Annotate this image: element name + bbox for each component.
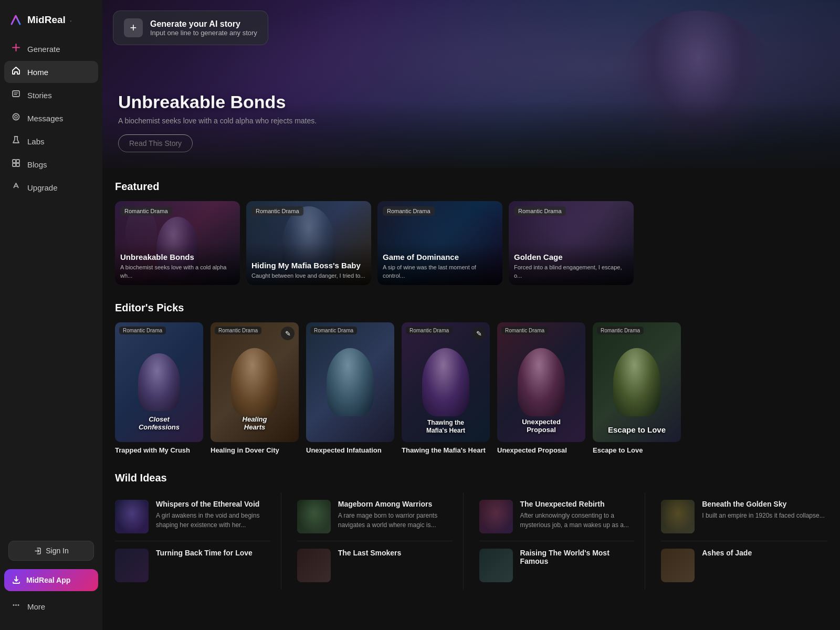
pick-card-5-bg: Escape to Love bbox=[593, 322, 681, 442]
featured-card-1-content: Hiding My Mafia Boss's Baby Caught betwe… bbox=[251, 261, 366, 280]
wild-item-0-desc: A girl awakens in the void and begins sh… bbox=[156, 511, 270, 530]
sign-in-button[interactable]: Sign In bbox=[8, 541, 94, 561]
logo-text: MidReal bbox=[27, 14, 66, 26]
editors-picks-section: Editor's Picks ClosetConfessions Romanti… bbox=[102, 289, 840, 459]
wild-item-6[interactable]: Raising The World's Most Famous bbox=[479, 541, 635, 590]
featured-card-1-title: Hiding My Mafia Boss's Baby bbox=[251, 261, 366, 270]
logo[interactable]: MidReal· bbox=[0, 8, 102, 38]
wild-item-0-img bbox=[115, 500, 149, 533]
featured-card-2-content: Game of Dominance A sip of wine was the … bbox=[383, 253, 497, 280]
sidebar-item-stories-label: Stories bbox=[27, 91, 52, 100]
featured-card-2[interactable]: Romantic Drama Game of Dominance A sip o… bbox=[377, 201, 502, 285]
wild-col-4: Beneath the Golden Sky I built an empire… bbox=[661, 492, 827, 590]
featured-card-0[interactable]: Romantic Drama Unbreakable Bonds A bioch… bbox=[115, 201, 240, 285]
pick-card-0-title: Trapped with My Crush bbox=[115, 446, 203, 455]
more-label: More bbox=[27, 602, 45, 611]
upgrade-icon bbox=[10, 182, 21, 193]
pick-card-1-bg: HealingHearts bbox=[211, 322, 299, 442]
pick-card-3-edit-icon[interactable]: ✎ bbox=[472, 327, 486, 340]
wild-item-5-img bbox=[297, 549, 331, 582]
pick-card-5-img: Escape to Love Romantic Drama bbox=[593, 322, 681, 442]
pick-card-0[interactable]: ClosetConfessions Romantic Drama Trapped… bbox=[115, 322, 203, 455]
main-content: + Generate your AI story Input one line … bbox=[102, 0, 840, 630]
pick-card-3[interactable]: Thawing theMafia's Heart Romantic Drama … bbox=[402, 322, 490, 455]
wild-item-3[interactable]: Beneath the Golden Sky I built an empire… bbox=[661, 492, 827, 541]
svg-rect-3 bbox=[13, 160, 16, 163]
generate-icon bbox=[10, 43, 21, 55]
midreal-app-button[interactable]: MidReal App bbox=[4, 569, 98, 591]
pick-card-1-edit-icon[interactable]: ✎ bbox=[281, 327, 295, 340]
picks-row: ClosetConfessions Romantic Drama Trapped… bbox=[115, 322, 827, 459]
featured-card-2-desc: A sip of wine was the last moment of con… bbox=[383, 264, 497, 280]
more-item[interactable]: More bbox=[4, 595, 98, 617]
wild-item-3-title: Beneath the Golden Sky bbox=[702, 500, 827, 508]
sidebar-item-labs[interactable]: Labs bbox=[4, 130, 98, 152]
svg-rect-5 bbox=[13, 163, 16, 166]
featured-card-2-title: Game of Dominance bbox=[383, 253, 497, 261]
sidebar-item-messages[interactable]: Messages bbox=[4, 107, 98, 129]
wild-item-0[interactable]: Whispers of the Ethereal Void A girl awa… bbox=[115, 492, 270, 541]
featured-card-1-badge: Romantic Drama bbox=[251, 206, 303, 216]
featured-card-1[interactable]: Romantic Drama Hiding My Mafia Boss's Ba… bbox=[246, 201, 371, 285]
sidebar-item-stories[interactable]: Stories bbox=[4, 84, 98, 106]
pick-card-4-title: Unexpected Proposal bbox=[497, 446, 585, 455]
featured-card-2-badge: Romantic Drama bbox=[383, 206, 435, 216]
home-icon bbox=[10, 66, 21, 78]
pick-card-2[interactable]: Romantic Drama Unexpected Infatuation bbox=[306, 322, 394, 455]
pick-card-4[interactable]: UnexpectedProposal Romantic Drama Unexpe… bbox=[497, 322, 585, 455]
sidebar: MidReal· Generate Home Stories Messages bbox=[0, 0, 102, 630]
wild-item-4-content: Turning Back Time for Love bbox=[156, 549, 270, 560]
wild-col-2: Mageborn Among Warriors A rare mage born… bbox=[297, 492, 464, 590]
featured-card-3[interactable]: Romantic Drama Golden Cage Forced into a… bbox=[509, 201, 634, 285]
generate-text: Generate your AI story Input one line to… bbox=[150, 19, 257, 37]
featured-card-3-content: Golden Cage Forced into a blind engageme… bbox=[514, 253, 628, 280]
pick-card-1[interactable]: HealingHearts Romantic Drama ✎ Healing i… bbox=[211, 322, 299, 455]
sidebar-item-generate[interactable]: Generate bbox=[4, 38, 98, 60]
wild-item-6-content: Raising The World's Most Famous bbox=[520, 549, 635, 568]
wild-item-1[interactable]: Mageborn Among Warriors A rare mage born… bbox=[297, 492, 453, 541]
pick-card-5[interactable]: Escape to Love Romantic Drama Escape to … bbox=[593, 322, 681, 455]
wild-item-2-desc: After unknowingly consenting to a myster… bbox=[520, 511, 635, 530]
more-icon bbox=[10, 601, 21, 612]
pick-card-1-img: HealingHearts Romantic Drama ✎ bbox=[211, 322, 299, 442]
sidebar-item-labs-label: Labs bbox=[27, 137, 45, 146]
wild-ideas-section: Wild Ideas Whispers of the Ethereal Void… bbox=[102, 459, 840, 602]
svg-point-2 bbox=[15, 116, 17, 118]
generate-title: Generate your AI story bbox=[150, 19, 257, 29]
pick-card-3-title: Thawing the Mafia's Heart bbox=[402, 446, 490, 455]
wild-item-4[interactable]: Turning Back Time for Love bbox=[115, 541, 270, 590]
wild-item-0-title: Whispers of the Ethereal Void bbox=[156, 500, 270, 508]
sidebar-item-upgrade[interactable]: Upgrade bbox=[4, 176, 98, 198]
wild-item-5[interactable]: The Last Smokers bbox=[297, 541, 453, 590]
wild-item-7-img bbox=[661, 549, 695, 582]
wild-item-1-title: Mageborn Among Warriors bbox=[338, 500, 453, 508]
wild-item-5-content: The Last Smokers bbox=[338, 549, 453, 560]
sidebar-item-home[interactable]: Home bbox=[4, 61, 98, 83]
wild-item-2[interactable]: The Unexpected Rebirth After unknowingly… bbox=[479, 492, 635, 541]
download-icon bbox=[12, 575, 21, 585]
pick-card-1-title: Healing in Dover City bbox=[211, 446, 299, 455]
sidebar-item-blogs[interactable]: Blogs bbox=[4, 153, 98, 175]
wild-item-6-title: Raising The World's Most Famous bbox=[520, 549, 635, 565]
featured-card-0-desc: A biochemist seeks love with a cold alph… bbox=[120, 264, 235, 280]
pick-card-2-title: Unexpected Infatuation bbox=[306, 446, 394, 455]
sidebar-nav: Generate Home Stories Messages Labs bbox=[0, 38, 102, 530]
sign-in-icon bbox=[34, 547, 41, 555]
svg-rect-4 bbox=[16, 160, 19, 163]
wild-item-1-desc: A rare mage born to warrior parents navi… bbox=[338, 511, 453, 530]
sidebar-item-messages-label: Messages bbox=[27, 114, 63, 123]
sidebar-item-blogs-label: Blogs bbox=[27, 160, 47, 169]
svg-rect-6 bbox=[16, 163, 19, 166]
wild-item-7[interactable]: Ashes of Jade bbox=[661, 541, 827, 590]
pick-card-0-badge: Romantic Drama bbox=[119, 327, 166, 334]
generate-banner[interactable]: + Generate your AI story Input one line … bbox=[113, 10, 268, 45]
wild-item-1-img bbox=[297, 500, 331, 533]
pick-card-2-img: Romantic Drama bbox=[306, 322, 394, 442]
sidebar-item-generate-label: Generate bbox=[27, 45, 60, 54]
sidebar-item-home-label: Home bbox=[27, 68, 48, 77]
svg-point-9 bbox=[17, 604, 19, 606]
hero-overlay bbox=[102, 101, 840, 168]
pick-card-2-bg bbox=[306, 322, 394, 442]
messages-icon bbox=[10, 112, 21, 124]
labs-icon bbox=[10, 135, 21, 147]
